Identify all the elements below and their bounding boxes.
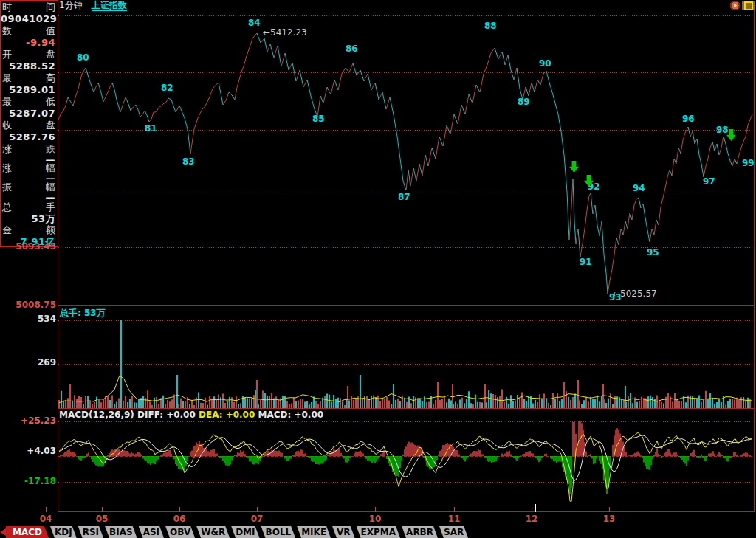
tab-mike[interactable]: MIKE bbox=[297, 526, 331, 538]
sidebar-field-label: 收盘 bbox=[2, 120, 55, 131]
field-label-char: 数 bbox=[2, 25, 12, 36]
field-label-char: 低 bbox=[46, 96, 55, 107]
period-label[interactable]: 1分钟 bbox=[59, 0, 83, 10]
field-label-char: 盘 bbox=[46, 120, 55, 131]
title-bar: 1分钟上证指数 bbox=[59, 1, 127, 11]
tab-obv[interactable]: OBV bbox=[165, 526, 195, 538]
field-label-char: 振 bbox=[2, 182, 12, 193]
tab-arbr[interactable]: ARBR bbox=[402, 526, 438, 538]
field-label-char: 最 bbox=[2, 72, 12, 83]
sidebar-field-label: 时间 bbox=[2, 1, 55, 13]
sidebar-field-value: 5287.76 bbox=[1, 131, 55, 142]
sidebar-field-label: 金额 bbox=[2, 224, 55, 235]
volume-title: 总手: 53万 bbox=[60, 307, 106, 320]
sidebar-field-label: 数值 bbox=[2, 25, 55, 36]
stock-app-window: 1分钟上证指数 时间09041029数值-9.94开盘5288.52最高5289… bbox=[0, 0, 756, 538]
field-label-char: 手 bbox=[46, 201, 55, 213]
tab-boll[interactable]: BOLL bbox=[261, 526, 296, 538]
tab-rsi[interactable]: RSI bbox=[78, 526, 103, 538]
logo-icon[interactable] bbox=[729, 1, 740, 10]
field-label-char: 盘 bbox=[46, 49, 55, 60]
sidebar-field-value: 53万 bbox=[1, 213, 55, 224]
field-label-char: 时 bbox=[2, 1, 12, 13]
field-label-char: 涨 bbox=[2, 162, 12, 173]
sidebar-field-value: 5288.52 bbox=[1, 61, 55, 72]
sidebar-field-label: 最低 bbox=[2, 96, 55, 107]
field-label-char: 高 bbox=[46, 72, 55, 83]
sidebar-field-label: 振幅 bbox=[2, 182, 55, 193]
tab-vr[interactable]: VR bbox=[332, 526, 355, 538]
field-label-char: 收 bbox=[2, 120, 12, 131]
tab-wr[interactable]: W&R bbox=[196, 526, 230, 538]
indicator-tab-bar: MACDKDJRSIBIASASIOBVW&RDMIBOLLMIKEVREXPM… bbox=[6, 526, 470, 538]
symbol-label[interactable]: 上证指数 bbox=[92, 0, 127, 11]
sidebar-field-value: 7.91亿 bbox=[1, 236, 55, 247]
tab-expma[interactable]: EXPMA bbox=[357, 526, 400, 538]
sidebar-field-value: -9.94 bbox=[1, 37, 55, 48]
tab-macd[interactable]: MACD bbox=[6, 526, 49, 538]
sidebar-field-value: 5287.07 bbox=[1, 108, 55, 119]
tab-bias[interactable]: BIAS bbox=[105, 526, 137, 538]
field-label-char: 总 bbox=[2, 201, 12, 213]
square-glyph bbox=[744, 1, 753, 10]
field-label-char: 涨 bbox=[2, 143, 12, 154]
sidebar-field-value: 09041029 bbox=[1, 13, 55, 24]
sidebar-field-label: 涨跌 bbox=[2, 143, 55, 154]
tab-kdj[interactable]: KDJ bbox=[50, 526, 77, 538]
quote-sidebar: 时间09041029数值-9.94开盘5288.52最高5289.01最低528… bbox=[0, 0, 58, 247]
tab-asi[interactable]: ASI bbox=[139, 526, 164, 538]
sidebar-field-label: 最高 bbox=[2, 72, 55, 83]
sidebar-field-label: 涨幅 bbox=[2, 162, 55, 173]
field-label-char: 最 bbox=[2, 96, 12, 107]
field-label-char: 开 bbox=[2, 49, 12, 60]
indicator-readout-segment: MACD(12,26,9) DIFF: +0.00 bbox=[59, 410, 199, 420]
macd-indicator-readout: MACD(12,26,9) DIFF: +0.00 DEA: +0.00 MAC… bbox=[59, 410, 323, 420]
field-label-char: 额 bbox=[46, 224, 55, 235]
tab-dmi[interactable]: DMI bbox=[231, 526, 259, 538]
maximize-icon[interactable] bbox=[742, 1, 755, 10]
sidebar-field-label: 总手 bbox=[2, 201, 55, 213]
field-label-char: 间 bbox=[46, 1, 55, 13]
field-label-char: 幅 bbox=[46, 182, 55, 193]
sidebar-field-label: 开盘 bbox=[2, 49, 55, 60]
field-label-char: 值 bbox=[46, 25, 55, 36]
indicator-readout-segment: DEA: +0.00 bbox=[199, 410, 258, 420]
indicator-readout-segment: MACD: +0.00 bbox=[258, 410, 323, 420]
field-label-char: 金 bbox=[2, 224, 12, 235]
chart-canvas bbox=[0, 0, 756, 538]
tab-sar[interactable]: SAR bbox=[439, 526, 468, 538]
field-label-char: 跌 bbox=[46, 143, 55, 154]
field-label-char: 幅 bbox=[46, 162, 55, 173]
sidebar-field-value: 5289.01 bbox=[1, 84, 55, 95]
